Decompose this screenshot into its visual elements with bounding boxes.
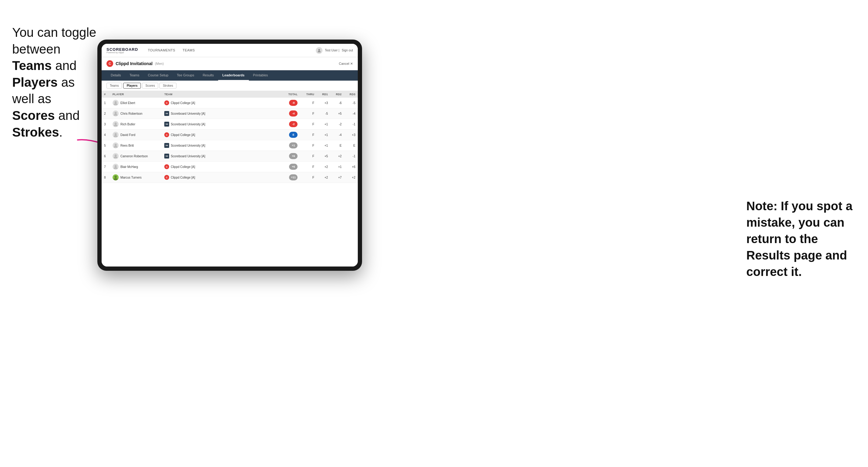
cell-rd1: -5 <box>317 108 331 119</box>
team-logo: SB <box>164 122 169 127</box>
col-rd2: RD2 <box>331 91 344 98</box>
tab-details[interactable]: Details <box>106 70 125 81</box>
cell-rank: 8 <box>102 172 110 183</box>
tab-results[interactable]: Results <box>198 70 218 81</box>
col-player: PLAYER <box>110 91 162 98</box>
team-name: Clippd College [A] <box>171 165 195 168</box>
cell-spacer <box>221 119 282 130</box>
table-row[interactable]: 4 David Ford C Clippd College [A] E F +1… <box>102 130 358 140</box>
team-name: Clippd College [A] <box>171 101 195 105</box>
cell-rd1: +2 <box>317 161 331 172</box>
team-logo: C <box>164 164 169 169</box>
player-name: Blair McHarg <box>121 165 138 168</box>
table-row[interactable]: 5 Rees Britt SB Scoreboard University [A… <box>102 140 358 151</box>
tablet-screen: SCOREBOARD Powered by clippd TOURNAMENTS… <box>102 44 358 267</box>
cell-total: +6 <box>282 151 300 161</box>
tab-teams[interactable]: Teams <box>125 70 144 81</box>
user-name: Test User | <box>325 49 340 52</box>
cell-rd3: -4 <box>344 108 358 119</box>
col-spacer <box>221 91 282 98</box>
cell-total: -4 <box>282 108 300 119</box>
cell-team: SB Scoreboard University [A] <box>162 108 221 119</box>
cell-spacer <box>221 108 282 119</box>
cell-team: SB Scoreboard University [A] <box>162 140 221 151</box>
cell-rd2: -6 <box>331 98 344 108</box>
tab-tee-groups[interactable]: Tee Groups <box>173 70 198 81</box>
table-row[interactable]: 3 Rich Butler SB Scoreboard University [… <box>102 119 358 130</box>
tab-printables[interactable]: Printables <box>249 70 272 81</box>
top-nav-links: TOURNAMENTS TEAMS <box>144 44 316 57</box>
player-name: Rees Britt <box>121 144 134 147</box>
svg-point-8 <box>114 165 117 167</box>
cell-team: SB Scoreboard University [A] <box>162 119 221 130</box>
score-badge: +1 <box>289 143 298 149</box>
team-name: Clippd College [A] <box>171 133 195 136</box>
cell-team: C Clippd College [A] <box>162 172 221 183</box>
nav-teams[interactable]: TEAMS <box>179 44 198 57</box>
player-name: Rich Butler <box>121 123 135 126</box>
left-annotation: You can toggle between Teams and Players… <box>12 24 97 141</box>
team-logo: SB <box>164 111 169 116</box>
cell-team: C Clippd College [A] <box>162 161 221 172</box>
player-avatar <box>113 132 119 138</box>
cell-rank: 5 <box>102 140 110 151</box>
cell-player: Chris Robertson <box>110 108 162 119</box>
cell-rd1: +1 <box>317 119 331 130</box>
toggle-teams[interactable]: Teams <box>106 83 122 89</box>
table-row[interactable]: 8 Marcus Turners C Clippd College [A] +1… <box>102 172 358 183</box>
cell-rank: 4 <box>102 130 110 140</box>
cell-total: -2 <box>282 119 300 130</box>
cancel-button[interactable]: Cancel ✕ <box>339 62 353 66</box>
cell-rank: 1 <box>102 98 110 108</box>
cell-rd2: -2 <box>331 119 344 130</box>
col-rd3: RD3 <box>344 91 358 98</box>
cell-rd1: +5 <box>317 151 331 161</box>
nav-tournaments[interactable]: TOURNAMENTS <box>144 44 179 57</box>
player-name: Chris Robertson <box>121 112 143 115</box>
tournament-name: Clippd Invitational <box>116 61 152 66</box>
cell-spacer <box>221 98 282 108</box>
col-rd1: RD1 <box>317 91 331 98</box>
toggle-strokes[interactable]: Strokes <box>159 83 177 89</box>
cell-rd3: +6 <box>344 161 358 172</box>
cell-total: E <box>282 130 300 140</box>
cell-thru: F <box>300 130 316 140</box>
player-avatar <box>113 111 119 117</box>
cell-total: -8 <box>282 98 300 108</box>
cell-rd3: +3 <box>344 130 358 140</box>
cell-player: Rich Butler <box>110 119 162 130</box>
clippd-logo: C <box>106 60 113 67</box>
score-badge: E <box>289 132 298 138</box>
right-annotation: Note: If you spot a mistake, you can ret… <box>746 198 856 280</box>
cell-rank: 7 <box>102 161 110 172</box>
table-header-row: # PLAYER TEAM TOTAL THRU RD1 RD2 RD3 <box>102 91 358 98</box>
cell-thru: F <box>300 172 316 183</box>
score-badge: +6 <box>289 153 298 159</box>
table-row[interactable]: 6 Cameron Robertson SB Scoreboard Univer… <box>102 151 358 161</box>
cell-player: Elliot Ebert <box>110 98 162 108</box>
svg-point-3 <box>114 112 117 114</box>
toggle-scores[interactable]: Scores <box>142 83 158 89</box>
toggle-players[interactable]: Players <box>123 83 141 89</box>
table-row[interactable]: 1 Elliot Ebert C Clippd College [A] -8 F… <box>102 98 358 108</box>
svg-point-4 <box>114 123 117 125</box>
cell-rd2: +7 <box>331 172 344 183</box>
team-name: Scoreboard University [A] <box>171 123 205 126</box>
player-avatar <box>113 121 119 127</box>
sign-out-link[interactable]: Sign out <box>342 49 353 52</box>
tab-leaderboards[interactable]: Leaderboards <box>218 70 249 81</box>
cell-spacer <box>221 151 282 161</box>
user-avatar <box>316 47 322 54</box>
tab-course-setup[interactable]: Course Setup <box>144 70 173 81</box>
cell-rd1: +1 <box>317 140 331 151</box>
top-nav-right: Test User | Sign out <box>316 47 353 54</box>
table-row[interactable]: 7 Blair McHarg C Clippd College [A] +6 F… <box>102 161 358 172</box>
player-avatar <box>113 143 119 149</box>
table-row[interactable]: 2 Chris Robertson SB Scoreboard Universi… <box>102 108 358 119</box>
team-name: Scoreboard University [A] <box>171 112 205 115</box>
players-table: # PLAYER TEAM TOTAL THRU RD1 RD2 RD3 1 <box>102 91 358 183</box>
team-logo: C <box>164 132 169 137</box>
team-name: Scoreboard University [A] <box>171 155 205 158</box>
player-name: Cameron Robertson <box>121 155 148 158</box>
col-rank: # <box>102 91 110 98</box>
